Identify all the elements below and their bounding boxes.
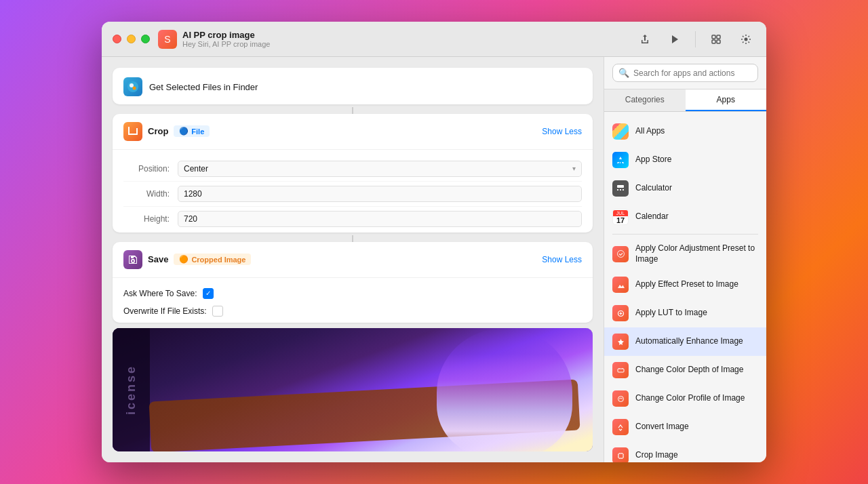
minimize-button[interactable] xyxy=(127,35,136,43)
action-icon-3 xyxy=(612,334,629,350)
svg-rect-17 xyxy=(623,189,624,190)
all-apps-label: All Apps xyxy=(635,126,665,137)
show-less-save[interactable]: Show Less xyxy=(542,255,582,264)
height-label: Height: xyxy=(123,214,178,224)
search-input[interactable] xyxy=(633,68,752,78)
titlebar-actions xyxy=(635,30,755,49)
width-row: Width: 1280 xyxy=(123,182,582,207)
height-input[interactable]: 720 xyxy=(178,211,582,227)
right-panel-content: All Apps App Store xyxy=(604,112,766,462)
calendar-item[interactable]: JUL 17 Calendar xyxy=(604,203,766,231)
position-chevron: ▾ xyxy=(572,165,576,172)
close-button[interactable] xyxy=(113,35,121,43)
cropped-badge: 🟠 Cropped Image xyxy=(174,254,251,265)
ask-where-label: Ask Where To Save: xyxy=(123,289,197,298)
save-action-card: Save 🟠 Cropped Image Show Less Ask Where… xyxy=(113,242,593,323)
play-button[interactable] xyxy=(665,30,684,49)
all-apps-icon xyxy=(612,123,629,140)
character-silhouette xyxy=(437,328,572,451)
svg-rect-22 xyxy=(618,453,623,458)
divider-apps-actions xyxy=(612,234,758,235)
action-icon-7 xyxy=(612,447,629,462)
divider xyxy=(695,31,696,47)
action-item-1[interactable]: Apply Effect Preset to Image xyxy=(604,270,766,299)
calculator-label: Calculator xyxy=(635,183,672,194)
width-label: Width: xyxy=(123,189,178,199)
show-less-crop[interactable]: Show Less xyxy=(542,127,582,136)
calendar-icon: JUL 17 xyxy=(612,209,629,225)
overwrite-checkbox[interactable] xyxy=(212,306,223,317)
svg-rect-14 xyxy=(617,185,624,188)
action-item-3[interactable]: Automatically Enhance Image xyxy=(604,327,766,356)
calendar-label: Calendar xyxy=(635,211,669,222)
action-icon-2 xyxy=(612,305,629,321)
save-icon xyxy=(123,250,142,269)
svg-rect-16 xyxy=(620,189,621,190)
svg-point-8 xyxy=(133,87,136,90)
ask-where-checkbox[interactable]: ✓ xyxy=(203,288,214,299)
license-panel: icense xyxy=(113,328,150,451)
svg-rect-4 xyxy=(717,40,720,43)
library-button[interactable] xyxy=(707,30,726,49)
all-apps-item[interactable]: All Apps xyxy=(604,117,766,146)
action-label-6: Convert Image xyxy=(635,422,689,432)
connector-mid xyxy=(113,235,593,242)
svg-marker-0 xyxy=(672,35,678,43)
titlebar: S AI PP crop image Hey Siri, AI PP crop … xyxy=(102,22,766,57)
action-icon-4 xyxy=(612,362,629,378)
save-fields: Ask Where To Save: ✓ Overwrite If File E… xyxy=(113,278,593,323)
action-item-2[interactable]: Apply LUT to Image xyxy=(604,299,766,327)
action-label-3: Automatically Enhance Image xyxy=(635,336,743,347)
finder-action-label: Get Selected Files in Finder xyxy=(149,82,258,92)
svg-point-18 xyxy=(617,251,624,258)
tab-categories[interactable]: Categories xyxy=(604,89,686,111)
crop-icon xyxy=(123,122,142,141)
finder-action-row[interactable]: Get Selected Files in Finder xyxy=(113,68,593,104)
svg-rect-2 xyxy=(717,35,720,39)
height-row: Height: 720 xyxy=(123,207,582,231)
svg-point-7 xyxy=(130,83,134,87)
finder-icon xyxy=(123,77,142,96)
height-field[interactable]: 720 xyxy=(184,214,576,224)
action-label-2: Apply LUT to Image xyxy=(635,308,707,319)
preview-image: icense xyxy=(113,328,593,451)
action-icon-0 xyxy=(612,246,629,262)
tab-apps[interactable]: Apps xyxy=(686,89,767,111)
action-item-6[interactable]: Convert Image xyxy=(604,413,766,441)
action-label-5: Change Color Profile of Image xyxy=(635,393,745,404)
calculator-icon xyxy=(612,180,629,197)
crop-fields: Position: Center ▾ Width: 1280 Height: xyxy=(113,150,593,233)
fullscreen-button[interactable] xyxy=(141,35,150,43)
main-window: S AI PP crop image Hey Siri, AI PP crop … xyxy=(102,22,766,462)
action-item-5[interactable]: Change Color Profile of Image xyxy=(604,384,766,413)
save-card-header: Save 🟠 Cropped Image Show Less xyxy=(113,242,593,278)
title-info: AI PP crop image Hey Siri, AI PP crop im… xyxy=(182,30,270,48)
app-store-item[interactable]: App Store xyxy=(604,146,766,174)
share-button[interactable] xyxy=(635,30,654,49)
right-panel: 🔍 Categories Apps All Apps xyxy=(604,57,766,462)
calculator-item[interactable]: Calculator xyxy=(604,174,766,203)
position-row: Position: Center ▾ xyxy=(123,157,582,182)
app-store-icon xyxy=(612,152,629,168)
action-item-4[interactable]: Change Color Depth of Image xyxy=(604,356,766,384)
position-select[interactable]: Center ▾ xyxy=(178,161,582,177)
crop-action-card: Crop 🔵 File Show Less Position: Center ▾ xyxy=(113,114,593,233)
app-store-label: App Store xyxy=(635,155,671,165)
action-item-0[interactable]: Apply Color Adjustment Preset to Image xyxy=(604,237,766,270)
svg-point-21 xyxy=(618,396,623,401)
action-icon-1 xyxy=(612,277,629,293)
settings-button[interactable] xyxy=(736,30,755,49)
connector-top xyxy=(113,107,593,114)
preview-image-card: icense ▭ ≡ xyxy=(113,328,593,451)
save-label: Save xyxy=(148,254,168,264)
width-field[interactable]: 1280 xyxy=(184,189,576,199)
action-label-7: Crop Image xyxy=(635,450,678,461)
right-panel-tabs: Categories Apps xyxy=(604,89,766,112)
traffic-lights xyxy=(113,35,150,43)
action-item-7[interactable]: Crop Image xyxy=(604,441,766,462)
crop-label: Crop xyxy=(148,126,168,136)
width-input[interactable]: 1280 xyxy=(178,186,582,202)
svg-point-5 xyxy=(745,37,748,41)
main-content: Get Selected Files in Finder Crop xyxy=(102,57,766,462)
window-title: AI PP crop image xyxy=(182,30,270,40)
